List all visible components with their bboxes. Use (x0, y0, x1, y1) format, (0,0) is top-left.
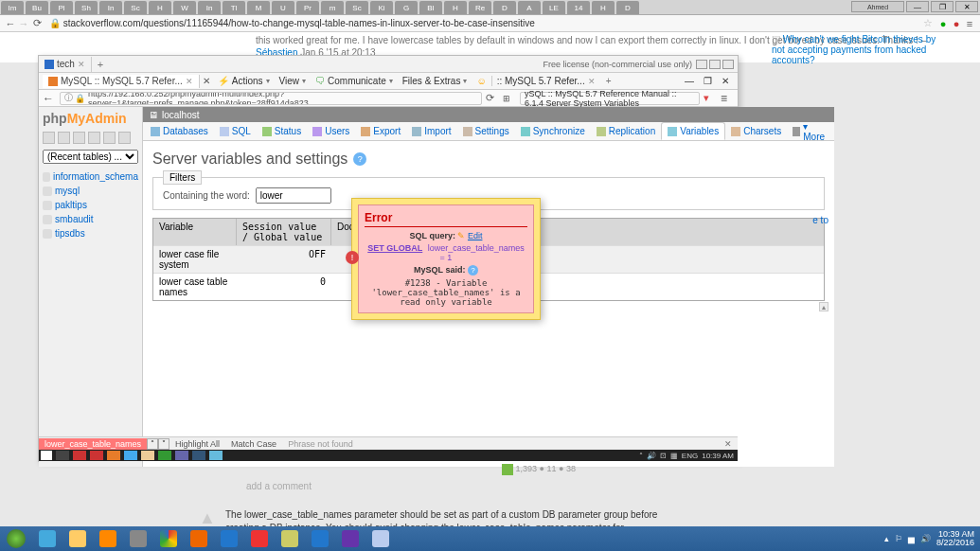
chrome-tab[interactable]: LE (543, 1, 565, 14)
pma-tab-export[interactable]: Export (355, 123, 406, 139)
ff-search-bar[interactable]: ySQL :: MySQL 5.7 Reference Manual :: 6.… (520, 92, 700, 105)
chrome-tab[interactable]: Pl (50, 1, 73, 14)
so-hot-question-link[interactable]: ⬚ Why can't we fight Bitcoin thieves by … (772, 34, 942, 65)
window-minimize-button[interactable]: — (680, 76, 699, 86)
chrome-tab[interactable]: Bu (26, 1, 48, 14)
pma-recent-tables[interactable]: (Recent tables) ... (43, 150, 138, 164)
docs-icon[interactable] (88, 132, 100, 144)
emb-task-2[interactable] (90, 451, 103, 460)
tray-chevron-icon[interactable]: ▴ (884, 534, 889, 543)
pma-tab-status[interactable]: Status (257, 123, 307, 139)
chrome-tab[interactable]: W (173, 1, 196, 14)
tray-flag-icon[interactable]: ⚐ (895, 534, 902, 543)
chrome-tab[interactable]: m (321, 1, 344, 14)
license-icon-2[interactable] (709, 60, 721, 69)
chrome-tab[interactable]: Pr (296, 1, 319, 14)
task-outlook[interactable] (215, 528, 243, 549)
tray-lang[interactable]: ENG (682, 452, 698, 460)
pma-database-item[interactable]: information_schema (43, 169, 138, 184)
find-next-button[interactable]: ˅ (158, 438, 169, 450)
edit-pencil-icon[interactable]: ✎ (457, 231, 465, 240)
abp-icon[interactable]: ● (936, 17, 950, 30)
task-app2[interactable] (366, 528, 395, 549)
close-icon[interactable]: ✕ (78, 60, 85, 69)
tray-volume-icon[interactable]: 🔊 (647, 452, 656, 460)
add-comment-link[interactable]: add a comment (246, 481, 672, 491)
emb-task-6[interactable] (158, 451, 171, 460)
license-icon-3[interactable] (722, 60, 734, 69)
secondary-tab[interactable]: :: MySQL 5.7 Refer...✕ (491, 76, 600, 86)
chrome-tab[interactable]: 14 (567, 1, 590, 14)
emb-task-8[interactable] (192, 451, 205, 460)
maximize-button[interactable]: ❐ (931, 1, 953, 12)
chrome-tab[interactable]: G (395, 1, 418, 14)
home-icon[interactable] (43, 132, 55, 144)
help-icon[interactable]: ? (353, 152, 366, 166)
task-vs[interactable] (336, 528, 365, 549)
tray-chevron-icon[interactable]: ˄ (639, 452, 643, 460)
task-chrome[interactable] (154, 528, 183, 549)
pma-tab-users[interactable]: Users (307, 123, 355, 139)
ff-tab-tech[interactable]: tech✕ (39, 57, 92, 72)
smiley-icon[interactable]: ☺ (472, 76, 490, 86)
emb-task-5[interactable] (141, 451, 154, 460)
chrome-tab[interactable]: Re (469, 1, 491, 14)
pma-database-item[interactable]: tipsdbs (43, 226, 138, 240)
ff-hamburger-menu[interactable]: ≡ (721, 92, 734, 105)
close-button[interactable]: ✕ (955, 1, 978, 12)
emb-start-button[interactable] (41, 451, 52, 460)
tray-network-icon[interactable]: ▅ (908, 534, 915, 543)
tray-network-icon[interactable]: ⊡ (660, 452, 667, 460)
settings-icon[interactable] (103, 132, 116, 144)
ff-new-tab-button-2[interactable]: + (600, 76, 617, 86)
collapse-icon[interactable]: ▴ (819, 302, 829, 311)
chrome-tab[interactable]: In (198, 1, 221, 14)
task-app1[interactable] (276, 528, 304, 549)
extension-icon[interactable]: ● (950, 17, 963, 30)
truncated-link[interactable]: e to (812, 215, 829, 225)
reload-icon[interactable] (118, 132, 131, 144)
pma-database-item[interactable]: mysql (43, 184, 138, 198)
ff-reload-button[interactable]: ⟳ (486, 92, 499, 104)
tray-icon[interactable]: ▦ (670, 452, 678, 460)
chrome-tab[interactable]: H (444, 1, 467, 14)
chrome-menu-icon[interactable]: ≡ (963, 17, 976, 30)
recent-tables-select[interactable]: (Recent tables) ... (43, 150, 138, 164)
actions-menu[interactable]: ⚡Actions▾ (213, 76, 275, 86)
close-icon[interactable]: ✕ (186, 77, 193, 86)
chrome-tab[interactable]: Tl (223, 1, 245, 14)
match-case-toggle[interactable]: Match Case (225, 439, 282, 449)
chrome-tab[interactable]: Sc (124, 1, 147, 14)
ff-address-bar[interactable]: ⓘ 🔒 https://192.168.0.252/phpmyadmin-mul… (60, 92, 482, 105)
highlight-all-toggle[interactable]: Highlight All (169, 439, 225, 449)
pma-tab-charsets[interactable]: Charsets (725, 123, 787, 139)
task-explorer[interactable] (63, 528, 92, 549)
files-menu[interactable]: Files & Extras▾ (398, 76, 472, 86)
chrome-tab[interactable]: M (247, 1, 270, 14)
pma-tab-sql[interactable]: SQL (214, 123, 257, 139)
forward-button[interactable]: → (17, 17, 30, 30)
pocket-icon[interactable]: ▾ (704, 92, 717, 104)
emb-task-7[interactable] (175, 451, 188, 460)
session-close-button[interactable]: ✕ (200, 76, 213, 86)
task-lync[interactable] (306, 528, 334, 549)
emb-task-1[interactable] (73, 451, 86, 460)
chrome-tab[interactable]: Im (1, 1, 24, 14)
logout-icon[interactable] (58, 132, 70, 144)
bookmark-star-icon[interactable]: ☆ (923, 17, 936, 30)
find-term[interactable]: lower_case_table_names (39, 438, 147, 450)
task-ie[interactable] (33, 528, 62, 549)
task-anydesk[interactable] (245, 528, 274, 549)
ff-grid-icon[interactable]: ⊞ (503, 94, 516, 103)
pma-tab-variables[interactable]: Variables (661, 122, 725, 140)
pma-tab-synchronize[interactable]: Synchronize (515, 123, 591, 139)
communicate-menu[interactable]: 🗨Communicate▾ (311, 76, 398, 86)
address-bar[interactable]: 🔒 stackoverflow.com/questions/11165944/h… (49, 18, 918, 28)
ff-new-tab-button[interactable]: + (92, 59, 109, 70)
license-icon-1[interactable] (696, 60, 707, 69)
chrome-tab[interactable]: H (592, 1, 615, 14)
pma-database-item[interactable]: pakltips (43, 198, 138, 212)
pma-database-item[interactable]: smbaudit (43, 212, 138, 226)
emb-task-3[interactable] (107, 451, 120, 460)
window-maximize-button[interactable]: ❐ (699, 76, 717, 86)
